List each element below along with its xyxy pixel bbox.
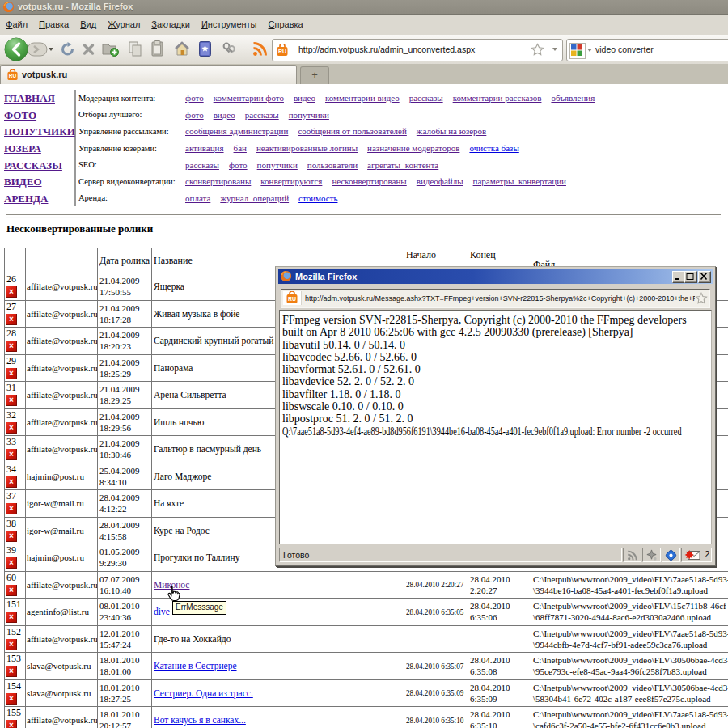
delete-icon[interactable]: × bbox=[6, 476, 17, 488]
nav-link-оплата[interactable]: оплата bbox=[185, 193, 210, 203]
nav-link-фото[interactable]: фото bbox=[185, 110, 204, 120]
nav-link-пользователи[interactable]: пользователи bbox=[307, 160, 358, 170]
menu-Инструменты[interactable]: Инструменты bbox=[196, 15, 263, 29]
new-page-icon[interactable] bbox=[102, 41, 119, 60]
search-input[interactable]: video converter bbox=[595, 44, 654, 54]
delete-icon[interactable]: × bbox=[6, 639, 17, 650]
popup-url-text[interactable]: http://adm.votpusk.ru/Message.ashx?TXT=F… bbox=[305, 294, 695, 303]
url-text[interactable]: http://adm.votpusk.ru/admin_unconverted.… bbox=[298, 44, 475, 54]
reload-icon[interactable] bbox=[60, 42, 75, 60]
nav-link-журнал_операций[interactable]: журнал_операций bbox=[220, 193, 289, 203]
copy-icon[interactable] bbox=[128, 41, 143, 61]
nav-link-ПОПУТЧИКИ[interactable]: ПОПУТЧИКИ bbox=[4, 125, 75, 138]
nav-link-фото[interactable]: фото bbox=[229, 160, 248, 170]
delete-icon[interactable]: × bbox=[6, 531, 17, 542]
close-button[interactable] bbox=[698, 271, 711, 283]
nav-link-агрегаты_контента[interactable]: агрегаты_контента bbox=[367, 160, 438, 170]
geolocation-icon[interactable] bbox=[662, 548, 680, 562]
menu-Вид[interactable]: Вид bbox=[74, 15, 102, 29]
nav-link-фото[interactable]: фото bbox=[185, 93, 204, 103]
nav-link-неактивированные логины[interactable]: неактивированные логины bbox=[256, 143, 358, 153]
nav-link-комментарии рассказов[interactable]: комментарии рассказов bbox=[453, 93, 542, 103]
mail-notifier-icon[interactable]: 2 bbox=[681, 548, 712, 562]
nav-link-комментарии видео[interactable]: комментарии видео bbox=[325, 93, 400, 103]
search-bar[interactable]: video converter bbox=[566, 39, 728, 61]
nav-link-ГЛАВНАЯ[interactable]: ГЛАВНАЯ bbox=[4, 92, 55, 104]
nav-link-жалобы на юзеров[interactable]: жалобы на юзеров bbox=[417, 126, 486, 136]
nav-link-рассказы[interactable]: рассказы bbox=[185, 160, 219, 170]
nav-link-рассказы[interactable]: рассказы bbox=[409, 93, 443, 103]
convert-start: 28.04.2010 2:20:27 bbox=[406, 579, 463, 589]
video-name-link[interactable]: dive bbox=[154, 607, 170, 616]
video-name-link[interactable]: Катание в Сестриере bbox=[154, 661, 237, 671]
menu-Закладки[interactable]: Закладки bbox=[146, 15, 196, 29]
tab-label[interactable]: votpusk.ru bbox=[22, 70, 67, 79]
delete-icon[interactable]: × bbox=[6, 585, 17, 596]
menu-Справка[interactable]: Справка bbox=[263, 15, 309, 29]
nav-link-видеофайлы[interactable]: видеофайлы bbox=[417, 176, 463, 186]
video-name-link[interactable]: Вот качусь я в санках... bbox=[154, 715, 246, 725]
menu-Правка[interactable]: Правка bbox=[33, 15, 74, 29]
menu-Файл[interactable]: Файл bbox=[0, 15, 33, 29]
nav-link-ЮЗЕРА[interactable]: ЮЗЕРА bbox=[4, 142, 41, 154]
nav-link-видео[interactable]: видео bbox=[214, 110, 235, 120]
delete-icon[interactable]: × bbox=[6, 395, 17, 406]
delete-icon[interactable]: × bbox=[6, 693, 17, 705]
delete-icon[interactable]: × bbox=[6, 368, 17, 379]
nav-link-несконвертированы[interactable]: несконвертированы bbox=[332, 176, 406, 186]
nav-link-попутчики[interactable]: попутчики bbox=[257, 160, 298, 170]
nav-link-рассказы[interactable]: рассказы bbox=[245, 110, 279, 120]
video-name-link[interactable]: Сестриер. Одна из трасс. bbox=[154, 688, 253, 698]
nav-link-видео[interactable]: видео bbox=[294, 93, 315, 103]
nav-link-активация[interactable]: активация bbox=[185, 143, 224, 153]
delete-icon[interactable]: × bbox=[6, 341, 17, 352]
popup-titlebar[interactable]: Mozilla Firefox bbox=[278, 269, 713, 284]
nav-link-сообщения администрации[interactable]: сообщения администрации bbox=[185, 126, 288, 136]
delete-icon[interactable]: × bbox=[6, 720, 17, 728]
nav-link-ВИДЕО[interactable]: ВИДЕО bbox=[4, 176, 42, 188]
maximize-button[interactable] bbox=[684, 271, 697, 283]
nav-link-АРЕНДА[interactable]: АРЕНДА bbox=[4, 193, 48, 205]
nav-link-параметры_конвертации[interactable]: параметры_конвертации bbox=[473, 176, 566, 186]
video-date-cell: 21.04.200918:29:56 bbox=[98, 408, 152, 436]
delete-icon[interactable]: × bbox=[6, 286, 17, 298]
nav-link-РАССКАЗЫ[interactable]: РАССКАЗЫ bbox=[4, 159, 62, 171]
paste-icon[interactable] bbox=[150, 40, 165, 61]
nav-link-сконвертированы[interactable]: сконвертированы bbox=[185, 176, 251, 186]
feed-icon[interactable] bbox=[623, 548, 641, 562]
stop-icon[interactable] bbox=[82, 43, 95, 59]
bookmark-star-icon[interactable] bbox=[695, 292, 708, 308]
back-button[interactable] bbox=[3, 36, 53, 66]
url-bar[interactable]: RU http://adm.votpusk.ru/admin_unconvert… bbox=[272, 39, 563, 61]
nav-link-объявления[interactable]: объявления bbox=[551, 93, 595, 103]
bookmarks-icon[interactable] bbox=[197, 40, 213, 61]
nav-link-конвертируются[interactable]: конвертируются bbox=[260, 176, 322, 186]
nav-link-ФОТО[interactable]: ФОТО bbox=[4, 109, 36, 121]
search-engine-dropdown-icon[interactable] bbox=[587, 49, 592, 52]
nav-link-комментарии фото[interactable]: комментарии фото bbox=[214, 93, 284, 103]
nav-link-попутчики[interactable]: попутчики bbox=[289, 110, 329, 120]
nav-link-бан[interactable]: бан bbox=[234, 143, 247, 153]
extension-icon[interactable] bbox=[642, 548, 661, 562]
new-tab-button[interactable]: + bbox=[300, 66, 329, 85]
nav-link-назначение модераторов[interactable]: назначение модераторов bbox=[367, 143, 459, 153]
popup-url-bar[interactable]: RU http://adm.votpusk.ru/Message.ashx?TX… bbox=[281, 289, 710, 308]
bookmark-star-icon[interactable] bbox=[531, 43, 544, 60]
delete-icon[interactable]: × bbox=[6, 557, 17, 569]
nav-link-очистка базы[interactable]: очистка базы bbox=[469, 143, 518, 153]
minimize-button[interactable] bbox=[672, 271, 685, 283]
tab-votpusk[interactable]: RU votpusk.ru bbox=[0, 65, 297, 85]
rss-icon[interactable] bbox=[252, 41, 268, 61]
url-dropdown-icon[interactable] bbox=[552, 48, 557, 51]
delete-icon[interactable]: × bbox=[6, 666, 17, 677]
delete-icon[interactable]: × bbox=[6, 422, 17, 434]
nav-link-сообщения от пользователей[interactable]: сообщения от пользователей bbox=[298, 126, 406, 136]
delete-icon[interactable]: × bbox=[6, 612, 17, 623]
nav-link-стоимость[interactable]: стоимость bbox=[298, 193, 337, 203]
delete-icon[interactable]: × bbox=[6, 449, 17, 460]
delete-icon[interactable]: × bbox=[6, 314, 17, 325]
keys-icon[interactable] bbox=[222, 42, 237, 59]
home-icon[interactable] bbox=[174, 41, 190, 60]
delete-icon[interactable]: × bbox=[6, 503, 17, 514]
menu-Журнал[interactable]: Журнал bbox=[102, 15, 146, 29]
